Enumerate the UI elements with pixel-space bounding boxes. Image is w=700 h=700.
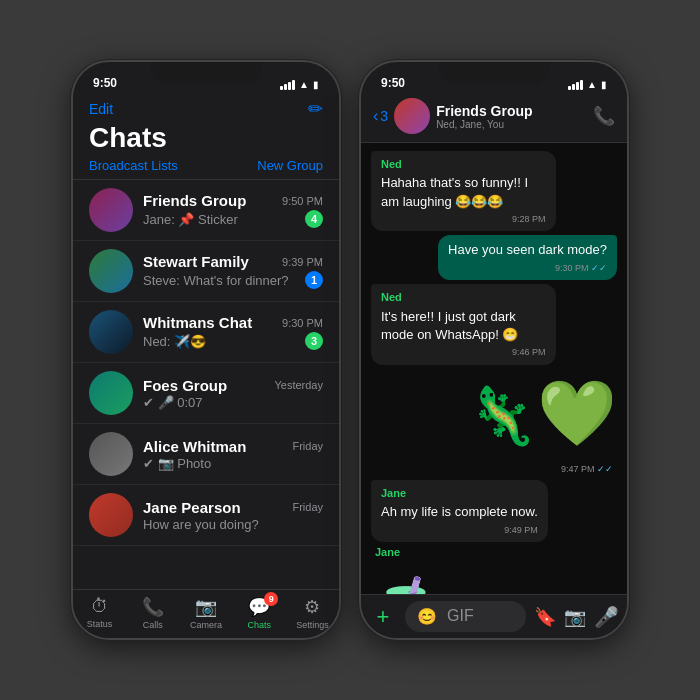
chat-item-foes[interactable]: Foes Group Yesterday ✔ 🎤 0:07: [73, 363, 339, 424]
chat-info-foes: Foes Group Yesterday ✔ 🎤 0:07: [143, 377, 323, 410]
msg-time-m4: 9:47 PM ✓✓: [561, 464, 613, 474]
chat-preview-alice: ✔ 📷 Photo: [143, 456, 211, 471]
status-icons: ▲ ▮: [280, 79, 319, 90]
compose-button[interactable]: ✏: [308, 98, 323, 120]
tab-camera[interactable]: 📷 Camera: [179, 596, 232, 630]
chat-item-alice[interactable]: Alice Whitman Friday ✔ 📷 Photo: [73, 424, 339, 485]
chat-item-jane[interactable]: Jane Pearson Friday How are you doing?: [73, 485, 339, 546]
sticker-message-out: 🦎💚: [467, 369, 617, 459]
chat-avatar-stewart: [89, 249, 133, 293]
chat-info-jane: Jane Pearson Friday How are you doing?: [143, 499, 323, 532]
chat-screen: ‹ 3 Friends Group Ned, Jane, You 📞 Ned H…: [361, 94, 627, 638]
chat-item-friends[interactable]: Friends Group 9:50 PM Jane: 📌 Sticker 4: [73, 180, 339, 241]
msg-sender-m1: Ned: [381, 157, 546, 172]
chat-name-foes: Foes Group: [143, 377, 227, 394]
chat-input-box[interactable]: 😊 GIF: [405, 601, 526, 632]
tab-badge: 9: [264, 592, 278, 606]
tab-chats[interactable]: 💬 9 Chats: [233, 596, 286, 630]
tab-calls[interactable]: 📞 Calls: [126, 596, 179, 630]
chat-list: Friends Group 9:50 PM Jane: 📌 Sticker 4 …: [73, 180, 339, 589]
emoji-icon[interactable]: 😊: [417, 607, 437, 626]
wifi-icon-right: ▲: [587, 79, 597, 90]
chats-header: Edit ✏ Chats Broadcast Lists New Group: [73, 94, 339, 180]
tab-icon-status: ⏱: [91, 596, 109, 616]
chat-header-avatar: [394, 98, 430, 134]
msg-time-m5: 9:49 PM: [381, 524, 538, 537]
status-time-left: 9:50: [93, 76, 117, 90]
msg-bubble-m2: Have you seen dark mode? 9:30 PM ✓✓: [438, 235, 617, 280]
chats-links: Broadcast Lists New Group: [89, 158, 323, 173]
tab-icon-camera: 📷: [195, 597, 217, 617]
gif-icon[interactable]: GIF: [447, 607, 474, 626]
chat-time-whitmans: 9:30 PM: [282, 317, 323, 329]
msg-text-m3: It's here!! I just got dark mode on What…: [381, 309, 518, 342]
camera-icon[interactable]: 📷: [564, 606, 586, 628]
notch: [151, 62, 261, 84]
chat-info-stewart: Stewart Family 9:39 PM Steve: What's for…: [143, 253, 323, 289]
signal-icon: [280, 80, 295, 90]
chat-header-info: Friends Group Ned, Jane, You: [436, 103, 587, 130]
back-button[interactable]: ‹ 3: [373, 107, 388, 125]
chats-title: Chats: [89, 122, 323, 154]
msg-text-m5: Ah my life is complete now.: [381, 504, 538, 519]
broadcast-lists-link[interactable]: Broadcast Lists: [89, 158, 178, 173]
sticker-icon[interactable]: 🔖: [534, 606, 556, 628]
sticker-message-in: 🧋: [371, 560, 441, 594]
chat-input-bar: + 😊 GIF 🔖 📷 🎤: [361, 594, 627, 638]
chat-time-foes: Yesterday: [274, 379, 323, 391]
chat-item-whitmans[interactable]: Whitmans Chat 9:30 PM Ned: ✈️😎 3: [73, 302, 339, 363]
chat-avatar-alice: [89, 432, 133, 476]
chat-preview-foes: ✔ 🎤 0:07: [143, 395, 203, 410]
chat-name-friends: Friends Group: [143, 192, 246, 209]
message-row-m1: Ned Hahaha that's so funny!! I am laughi…: [371, 151, 617, 231]
message-row-m4: 🦎💚 9:47 PM ✓✓: [371, 369, 617, 477]
tab-bar: ⏱ Status 📞 Calls 📷 Camera 💬 9 Chats ⚙ Se…: [73, 589, 339, 638]
chat-avatar-whitmans: [89, 310, 133, 354]
msg-sender-m5: Jane: [381, 486, 538, 501]
tab-label-camera: Camera: [190, 620, 222, 630]
message-row-m6: Jane 🧋 9:50 PM: [371, 546, 617, 594]
chat-header-sub: Ned, Jane, You: [436, 119, 587, 130]
chat-header-name: Friends Group: [436, 103, 587, 119]
message-row-m5: Jane Ah my life is complete now. 9:49 PM: [371, 480, 617, 542]
chat-info-whitmans: Whitmans Chat 9:30 PM Ned: ✈️😎 3: [143, 314, 323, 350]
chat-avatar-foes: [89, 371, 133, 415]
chat-badge: 4: [305, 210, 323, 228]
messages-area: Ned Hahaha that's so funny!! I am laughi…: [361, 143, 627, 594]
new-group-link[interactable]: New Group: [257, 158, 323, 173]
chat-preview-jane: How are you doing?: [143, 517, 259, 532]
msg-bubble-m5: Jane Ah my life is complete now. 9:49 PM: [371, 480, 548, 542]
tab-status[interactable]: ⏱ Status: [73, 596, 126, 630]
chat-preview-friends: Jane: 📌 Sticker: [143, 212, 238, 227]
battery-icon: ▮: [313, 79, 319, 90]
chat-time-friends: 9:50 PM: [282, 195, 323, 207]
chats-header-top: Edit ✏: [89, 98, 323, 120]
chat-item-stewart[interactable]: Stewart Family 9:39 PM Steve: What's for…: [73, 241, 339, 302]
message-row-m2: Have you seen dark mode? 9:30 PM ✓✓: [371, 235, 617, 280]
msg-sender-m3: Ned: [381, 290, 546, 305]
chat-time-stewart: 9:39 PM: [282, 256, 323, 268]
signal-icon-right: [568, 80, 583, 90]
edit-button[interactable]: Edit: [89, 101, 113, 117]
chat-name-whitmans: Whitmans Chat: [143, 314, 252, 331]
back-count: 3: [380, 108, 388, 124]
msg-time-m3: 9:46 PM: [381, 346, 546, 359]
call-button[interactable]: 📞: [593, 105, 615, 127]
tab-icon-settings: ⚙: [304, 597, 320, 617]
message-row-m3: Ned It's here!! I just got dark mode on …: [371, 284, 617, 364]
right-phone: 9:50 ▲ ▮ ‹ 3 Friends Group Ned, Jane, Yo…: [359, 60, 629, 640]
tab-label-settings: Settings: [296, 620, 329, 630]
chats-screen: Edit ✏ Chats Broadcast Lists New Group F…: [73, 94, 339, 638]
tab-settings[interactable]: ⚙ Settings: [286, 596, 339, 630]
add-button[interactable]: +: [369, 604, 397, 630]
chat-name-stewart: Stewart Family: [143, 253, 249, 270]
mic-button[interactable]: 🎤: [594, 605, 619, 629]
status-time-right: 9:50: [381, 76, 405, 90]
chat-avatar-jane: [89, 493, 133, 537]
chat-time-alice: Friday: [292, 440, 323, 452]
chat-preview-whitmans: Ned: ✈️😎: [143, 334, 206, 349]
chat-header: ‹ 3 Friends Group Ned, Jane, You 📞: [361, 94, 627, 143]
msg-text-m1: Hahaha that's so funny!! I am laughing 😂…: [381, 175, 528, 208]
tab-label-status: Status: [87, 619, 113, 629]
tab-label-calls: Calls: [143, 620, 163, 630]
